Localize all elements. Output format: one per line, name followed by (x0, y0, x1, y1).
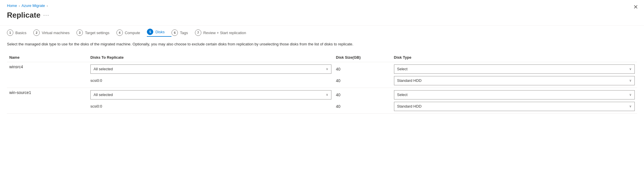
disk-type-dropdown-winsrc4-sub[interactable]: Standard HDD ∨ (394, 76, 635, 85)
dropdown-chevron-winsrc4: ∨ (326, 67, 328, 71)
disk-type-chevron-winsource1-sub: ∨ (629, 104, 632, 108)
disks-replicate-value-winsource1: All selected (94, 93, 113, 97)
step-label-basics: Basics (15, 31, 26, 35)
step-label-compute: Compute (125, 31, 140, 35)
close-button[interactable]: ✕ (633, 4, 638, 10)
step-compute[interactable]: 4 Compute (116, 29, 147, 36)
vm-row-winsrc4-main: winsrc4 All selected ∨ 40 Select ∨ (7, 62, 637, 75)
step-review[interactable]: 7 Review + Start replication (195, 29, 253, 36)
disks-replicate-dropdown-winsource1[interactable]: All selected ∨ (90, 90, 331, 99)
disk-type-chevron-winsrc4-sub: ∨ (629, 79, 632, 82)
disk-type-value-winsrc4-sub: Standard HDD (397, 78, 422, 83)
vm-row-winsource1-main: win-source1 All selected ∨ 40 Select ∨ (7, 88, 637, 101)
steps-nav: 1 Basics 2 Virtual machines 3 Target set… (0, 25, 644, 41)
page-header: Replicate ··· (0, 10, 644, 25)
disk-type-dropdown-winsource1-main[interactable]: Select ∨ (394, 90, 635, 99)
step-label-target-settings: Target settings (85, 31, 110, 35)
disk-type-dropdown-winsource1-sub[interactable]: Standard HDD ∨ (394, 102, 635, 111)
breadcrumb-home[interactable]: Home (7, 3, 17, 8)
step-label-review: Review + Start replication (203, 31, 246, 35)
dropdown-chevron-winsource1: ∨ (326, 93, 328, 97)
breadcrumb-azure-migrate[interactable]: Azure Migrate (21, 3, 45, 8)
step-basics[interactable]: 1 Basics (7, 29, 33, 36)
vm-name-winsrc4: winsrc4 (7, 64, 88, 69)
vm-row-winsource1-sub: scsi0:0 40 Standard HDD ∨ (7, 101, 637, 114)
step-disks[interactable]: 5 Disks (147, 29, 172, 37)
step-tags[interactable]: 6 Tags (172, 29, 195, 36)
step-circle-5: 5 (147, 29, 153, 35)
disk-type-dropdown-winsrc4-main[interactable]: Select ∨ (394, 64, 635, 74)
col-header-name: Name (7, 55, 88, 60)
col-header-size: Disk Size(GB) (334, 55, 392, 60)
disk-type-chevron-winsrc4-main: ∨ (629, 67, 632, 71)
step-target-settings[interactable]: 3 Target settings (76, 29, 116, 36)
step-virtual-machines[interactable]: 2 Virtual machines (33, 29, 76, 36)
disk-type-value-winsource1-main: Select (397, 93, 408, 97)
step-circle-7: 7 (195, 29, 201, 36)
vm-row-winsrc4-sub: scsi0:0 40 Standard HDD ∨ (7, 75, 637, 88)
step-label-disks: Disks (155, 30, 165, 34)
breadcrumb: Home › Azure Migrate › (0, 0, 644, 10)
disk-size-winsource1-main: 40 (334, 93, 392, 97)
disk-label-winsrc4-sub: scsi0:0 (88, 78, 334, 83)
step-circle-6: 6 (172, 29, 178, 36)
disk-type-value-winsource1-sub: Standard HDD (397, 104, 422, 108)
disk-size-winsource1-sub: 40 (334, 104, 392, 109)
col-header-type: Disk Type (392, 55, 637, 60)
disk-type-chevron-winsource1-main: ∨ (629, 93, 632, 97)
disk-type-value-winsrc4-main: Select (397, 67, 408, 71)
col-header-disks: Disks To Replicate (88, 55, 334, 60)
step-circle-2: 2 (33, 29, 40, 36)
step-circle-3: 3 (76, 29, 83, 36)
disk-table: Name Disks To Replicate Disk Size(GB) Di… (0, 53, 644, 114)
step-label-virtual-machines: Virtual machines (42, 31, 70, 35)
more-options-button[interactable]: ··· (43, 12, 50, 18)
disk-label-winsource1-sub: scsi0:0 (88, 104, 334, 108)
page-title: Replicate (7, 11, 41, 20)
breadcrumb-separator-2: › (47, 4, 48, 8)
description-text: Select the managed disk type to use for … (0, 41, 406, 53)
table-header: Name Disks To Replicate Disk Size(GB) Di… (7, 53, 637, 62)
step-circle-4: 4 (116, 29, 123, 36)
breadcrumb-separator-1: › (19, 4, 20, 8)
disks-replicate-dropdown-winsrc4[interactable]: All selected ∨ (90, 64, 331, 74)
disk-size-winsrc4-main: 40 (334, 67, 392, 71)
disk-size-winsrc4-sub: 40 (334, 78, 392, 83)
step-label-tags: Tags (180, 31, 188, 35)
disks-replicate-value-winsrc4: All selected (94, 67, 113, 71)
step-circle-1: 1 (7, 29, 13, 36)
vm-name-winsource1: win-source1 (7, 90, 88, 95)
